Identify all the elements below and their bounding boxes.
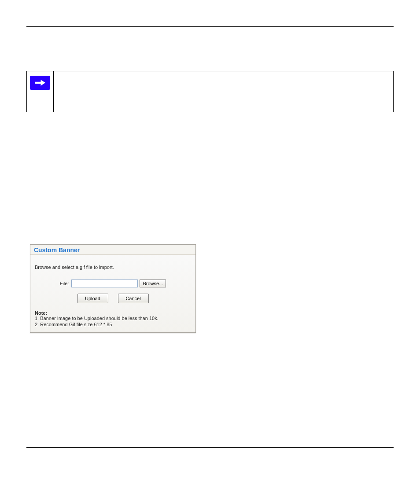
dialog-note-line-2: 2. Recommend Gif file size 612 * 85 [35,322,191,328]
dialog-note-heading: Note: [35,310,191,316]
file-input[interactable] [71,280,138,287]
cancel-button[interactable]: Cancel [118,294,149,303]
button-row: Upload Cancel [35,294,191,303]
dialog-instruction: Browse and select a gif file to import. [35,265,191,270]
note-icon-cell [27,71,54,112]
bottom-rule [26,447,394,448]
dialog-note-line-1: 1. Banner Image to be Uploaded should be… [35,316,191,322]
note-content [54,71,393,112]
top-rule [26,26,394,27]
dialog-body: Browse and select a gif file to import. … [30,255,195,332]
dialog-title: Custom Banner [30,245,195,255]
file-row: File: Browse... [35,280,191,287]
arrow-right-icon [30,76,50,90]
page: Custom Banner Browse and select a gif fi… [0,0,420,492]
upload-button[interactable]: Upload [77,294,108,303]
note-callout-box [26,71,394,112]
browse-button[interactable]: Browse... [140,280,166,287]
file-label: File: [60,281,69,286]
custom-banner-dialog: Custom Banner Browse and select a gif fi… [30,244,196,333]
